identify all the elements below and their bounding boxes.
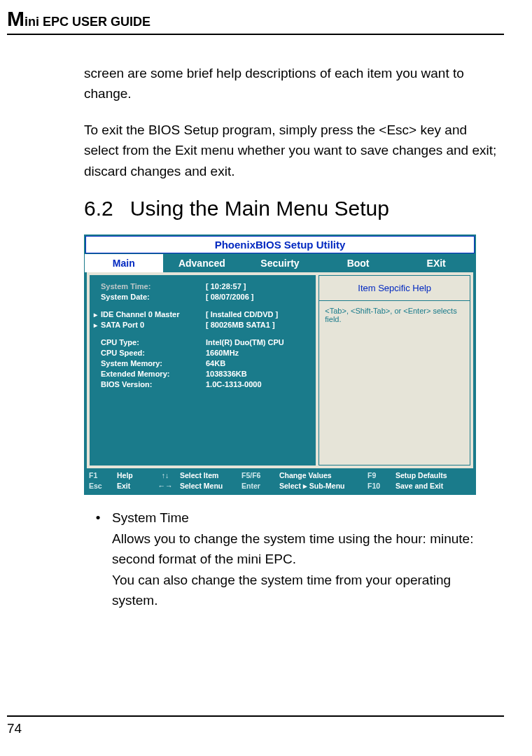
bios-left-panel: System Time: [ 10:28:57 ] System Date: [… [90,275,316,465]
footer-key: F10 [368,482,391,490]
bios-main: System Time: [ 10:28:57 ] System Date: [… [87,272,473,468]
row-value: 1660MHz [206,349,312,357]
bullet-line-1: Allows you to change the system time usi… [112,528,497,570]
footer-col-2: HelpExit [117,471,150,490]
footer-key: F5/F6 [241,471,275,479]
bios-help-panel: Item Sepcific Help <Tab>, <Shift-Tab>, o… [318,275,470,465]
bullet-title: System Time [112,507,497,528]
bullet-row: • System Time Allows you to change the s… [84,507,497,610]
row-value: 64KB [206,359,312,368]
bios-row-system-date[interactable]: System Date: [ 08/07/2006 ] [94,293,312,301]
spacer [94,331,312,338]
row-value: 1.0C-1313-0000 [206,380,312,388]
row-label: System Memory: [101,359,206,368]
bios-tab-security[interactable]: Secuirty [241,254,319,272]
row-label: SATA Port 0 [101,321,206,329]
row-value: [ Installed CD/DVD ] [206,310,312,318]
section-number: 6.2 [84,197,113,220]
footer-label: Setup Defaults [396,471,471,479]
footer-key: Esc [89,482,113,490]
bios-help-title: Item Sepcific Help [319,276,470,301]
row-label: Extended Memory: [101,370,206,378]
bios-row-system-time[interactable]: System Time: [ 10:28:57 ] [94,282,312,290]
bullet-dot: • [84,507,112,610]
footer-key: ↑↓ [155,471,176,479]
row-label: System Date: [101,293,206,301]
bios-tab-main[interactable]: Main [85,254,163,272]
bios-tabs: Main Advanced Secuirty Boot EXit [85,254,475,272]
row-value: [ 80026MB SATA1 ] [206,321,312,329]
bios-tab-boot[interactable]: Boot [319,254,398,272]
row-arrow: ▸ [94,321,101,329]
bios-help-body: <Tab>, <Shift-Tab>, or <Enter> selects f… [319,301,470,329]
footer-col-7: F9F10 [368,471,391,490]
footer-col-4: Select ItemSelect Menu [180,471,237,490]
footer-label: Select Menu [180,482,237,490]
body-content: screen are some brief help descriptions … [84,63,497,610]
row-label: CPU Speed: [101,349,206,357]
bullet-block: • System Time Allows you to change the s… [84,507,497,610]
page-header: Mini EPC USER GUIDE [7,7,504,35]
bios-tab-exit[interactable]: EXit [397,254,475,272]
footer-label: Save and Exit [396,482,471,490]
footer-label: Change Values [279,471,363,479]
bios-footer: F1Esc HelpExit ↑↓←→ Select ItemSelect Me… [85,468,475,494]
bios-title: PhoenixBIOS Setup Utility [85,236,475,253]
header-title-big: M [7,7,24,30]
row-value: [ 08/07/2006 ] [206,293,312,301]
row-label: IDE Channel 0 Master [101,310,206,318]
footer-label: Exit [117,482,150,490]
page-footer: 74 [7,715,504,736]
bios-row-sata[interactable]: ▸ SATA Port 0 [ 80026MB SATA1 ] [94,321,312,329]
footer-key: F1 [89,471,113,479]
footer-col-1: F1Esc [89,471,113,490]
footer-col-6: Change ValuesSelect ▸ Sub-Menu [279,471,363,490]
footer-key: F9 [368,471,391,479]
footer-label: Select Item [180,471,237,479]
bios-row-cpu-speed: CPU Speed: 1660MHz [94,349,312,357]
footer-col-8: Setup DefaultsSave and Exit [396,471,471,490]
paragraph-2: To exit the BIOS Setup program, simply p… [84,120,497,181]
bios-tab-advanced[interactable]: Advanced [163,254,241,272]
bios-row-ide[interactable]: ▸ IDE Channel 0 Master [ Installed CD/DV… [94,310,312,318]
row-value: 1038336KB [206,370,312,378]
row-label: System Time: [101,282,206,290]
bios-screenshot: PhoenixBIOS Setup Utility Main Advanced … [84,234,476,495]
bios-row-cpu-type: CPU Type: Intel(R) Duo(TM) CPU [94,338,312,346]
bullet-line-2: You can also change the system time from… [112,570,497,611]
footer-label: Help [117,471,150,479]
bullet-body: System Time Allows you to change the sys… [112,507,497,610]
bios-row-ext-mem: Extended Memory: 1038336KB [94,370,312,378]
row-label: CPU Type: [101,338,206,346]
section-heading: 6.2Using the Main Menu Setup [84,197,497,220]
page-number: 74 [7,721,22,736]
bios-row-bios-ver: BIOS Version: 1.0C-1313-0000 [94,380,312,388]
footer-label: Select ▸ Sub-Menu [279,482,363,490]
row-value: [ 10:28:57 ] [206,282,312,290]
footer-key: Enter [241,482,275,490]
section-title: Using the Main Menu Setup [130,197,389,220]
bios-row-sys-mem: System Memory: 64KB [94,359,312,368]
header-title-rest: ini EPC USER GUIDE [24,15,150,29]
row-label: BIOS Version: [101,380,206,388]
footer-col-3: ↑↓←→ [155,471,176,490]
header-title: Mini EPC USER GUIDE [7,15,150,29]
row-arrow: ▸ [94,311,101,318]
paragraph-1: screen are some brief help descriptions … [84,63,497,104]
row-value: Intel(R) Duo(TM) CPU [206,338,312,346]
spacer [94,303,312,310]
footer-col-5: F5/F6Enter [241,471,275,490]
footer-key: ←→ [155,482,176,490]
